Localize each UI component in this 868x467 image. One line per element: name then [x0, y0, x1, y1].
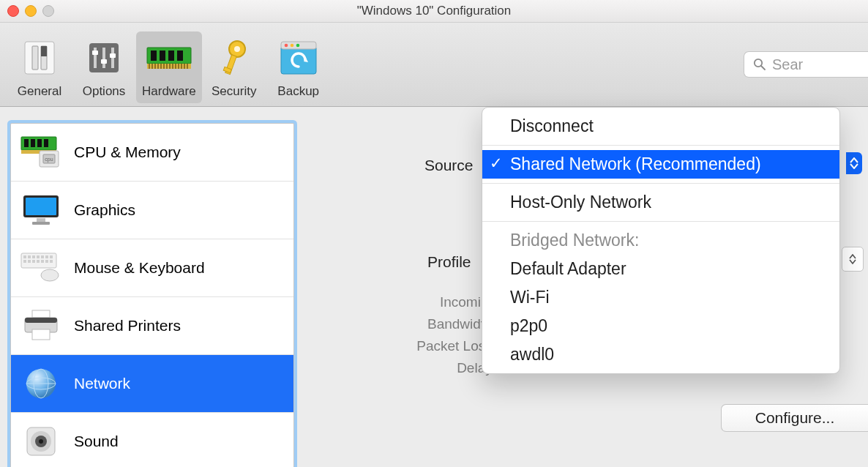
svg-rect-35 — [281, 46, 316, 74]
toolbar-tab-security[interactable]: Security — [202, 31, 266, 103]
svg-rect-52 — [26, 198, 56, 215]
toolbar-tab-options[interactable]: Options — [72, 31, 136, 103]
svg-rect-29 — [184, 64, 185, 69]
menu-item-disconnect[interactable]: Disconnect — [482, 112, 839, 141]
ram-cpu-icon: cpu — [20, 132, 62, 173]
svg-rect-9 — [101, 59, 107, 64]
toolbar-tab-general[interactable]: General — [7, 31, 72, 103]
key-icon — [208, 36, 261, 80]
sidebar-item-label: Graphics — [74, 201, 135, 219]
sliders-icon — [78, 36, 130, 80]
svg-rect-62 — [50, 255, 53, 258]
svg-point-70 — [41, 269, 59, 281]
sidebar-item-mouse-keyboard[interactable]: Mouse & Keyboard — [11, 239, 293, 297]
svg-rect-8 — [92, 51, 98, 55]
svg-rect-13 — [160, 51, 165, 61]
sidebar-item-cpu-memory[interactable]: cpu CPU & Memory — [11, 124, 293, 182]
close-window-button[interactable] — [7, 5, 19, 17]
toolbar-label: Options — [83, 84, 126, 99]
svg-rect-46 — [44, 139, 48, 147]
svg-rect-71 — [32, 310, 50, 318]
svg-rect-0 — [25, 42, 54, 74]
menu-item-wifi[interactable]: Wi-Fi — [482, 283, 839, 312]
svg-point-39 — [296, 44, 299, 48]
toolbar-label: General — [18, 84, 61, 99]
svg-rect-73 — [25, 318, 57, 323]
toolbar: General Options — [0, 23, 868, 107]
svg-point-32 — [234, 46, 240, 52]
zoom-window-button[interactable] — [42, 5, 54, 17]
svg-rect-60 — [41, 255, 44, 258]
svg-rect-12 — [151, 51, 157, 61]
hardware-sidebar: cpu CPU & Memory Graphics — [10, 123, 294, 467]
toolbar-tab-hardware[interactable]: Hardware — [136, 31, 202, 103]
svg-rect-43 — [24, 139, 29, 147]
search-input[interactable] — [771, 56, 868, 74]
speaker-icon — [20, 421, 62, 462]
configure-button[interactable]: Configure... — [721, 404, 868, 432]
source-select-stepper[interactable] — [846, 152, 862, 174]
svg-rect-45 — [37, 139, 42, 147]
menu-item-p2p0[interactable]: p2p0 — [482, 312, 839, 340]
menu-separator — [482, 221, 839, 222]
svg-rect-56 — [23, 255, 26, 258]
svg-rect-44 — [31, 139, 35, 147]
svg-rect-57 — [28, 255, 31, 258]
sidebar-item-label: Network — [74, 375, 130, 392]
menu-item-shared-network[interactable]: Shared Network (Recommended) — [482, 150, 839, 179]
svg-point-38 — [290, 44, 293, 48]
profile-stepper[interactable] — [842, 247, 864, 272]
svg-rect-6 — [102, 48, 105, 68]
source-label: Source — [424, 157, 474, 174]
svg-rect-21 — [160, 64, 162, 69]
svg-rect-23 — [166, 64, 168, 69]
sidebar-item-label: CPU & Memory — [74, 143, 181, 161]
svg-rect-15 — [177, 51, 183, 61]
svg-point-82 — [39, 439, 43, 444]
switch-icon — [13, 36, 66, 80]
menu-item-default-adapter[interactable]: Default Adapter — [482, 255, 839, 283]
svg-rect-66 — [37, 260, 40, 263]
sidebar-item-sound[interactable]: Sound — [11, 413, 293, 467]
sidebar-item-label: Mouse & Keyboard — [74, 259, 205, 277]
svg-text:cpu: cpu — [45, 157, 53, 162]
svg-rect-67 — [41, 260, 44, 263]
svg-rect-20 — [157, 64, 159, 69]
profile-field: Profile — [427, 253, 471, 271]
search-container — [744, 51, 868, 78]
svg-rect-69 — [50, 260, 53, 263]
svg-rect-54 — [32, 222, 50, 225]
ram-icon — [143, 36, 195, 80]
toolbar-label: Security — [212, 84, 256, 99]
toolbar-label: Hardware — [142, 84, 196, 99]
window-controls — [7, 5, 54, 17]
svg-rect-14 — [168, 51, 174, 61]
printer-icon — [20, 305, 62, 346]
svg-rect-1 — [32, 46, 38, 70]
svg-rect-25 — [172, 64, 173, 69]
titlebar: "Windows 10" Configuration — [0, 0, 868, 23]
sidebar-item-shared-printers[interactable]: Shared Printers — [11, 297, 293, 355]
minimize-window-button[interactable] — [25, 5, 37, 17]
menu-item-awdl0[interactable]: awdl0 — [482, 340, 839, 369]
svg-point-37 — [284, 44, 288, 48]
svg-rect-59 — [37, 255, 40, 258]
sidebar-item-graphics[interactable]: Graphics — [11, 182, 293, 239]
svg-rect-30 — [187, 64, 188, 69]
toolbar-tab-backup[interactable]: Backup — [266, 31, 331, 103]
search-box[interactable] — [744, 51, 868, 78]
svg-rect-74 — [32, 329, 50, 340]
svg-rect-64 — [28, 260, 31, 263]
svg-rect-3 — [41, 46, 47, 56]
sidebar-item-network[interactable]: Network — [11, 355, 293, 413]
backup-icon — [272, 36, 325, 80]
profile-label: Profile — [427, 253, 471, 271]
monitor-icon — [20, 190, 62, 231]
svg-rect-17 — [149, 64, 150, 69]
menu-item-host-only[interactable]: Host-Only Network — [482, 188, 839, 217]
menu-separator — [482, 145, 839, 146]
globe-icon — [20, 363, 62, 404]
svg-rect-68 — [45, 260, 48, 263]
search-icon — [753, 58, 766, 71]
sidebar-item-label: Sound — [74, 433, 119, 450]
